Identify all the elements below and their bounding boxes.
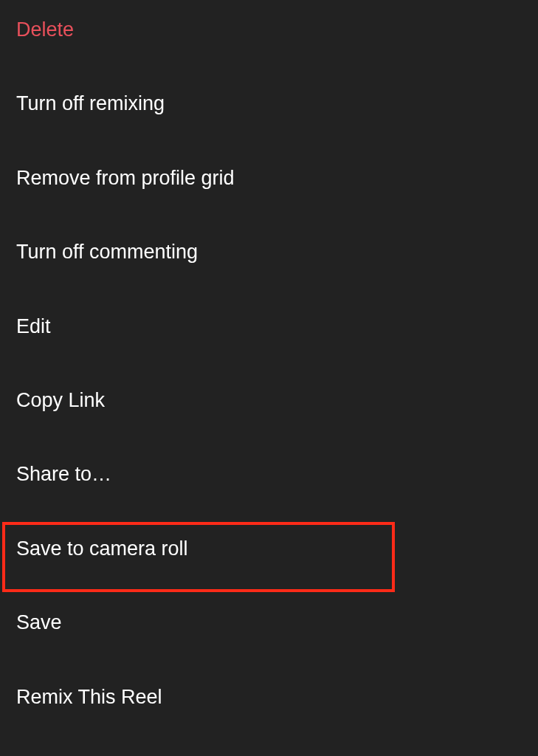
menu-item-save-to-camera-roll[interactable]: Save to camera roll <box>0 512 538 585</box>
menu-item-share-to[interactable]: Share to… <box>0 437 538 511</box>
menu-item-turn-off-commenting[interactable]: Turn off commenting <box>0 215 538 289</box>
menu-item-remove-from-profile-grid[interactable]: Remove from profile grid <box>0 141 538 215</box>
menu-item-save[interactable]: Save <box>0 585 538 659</box>
menu-item-remix-this-reel[interactable]: Remix This Reel <box>0 660 538 734</box>
menu-item-delete[interactable]: Delete <box>0 9 538 66</box>
menu-item-edit[interactable]: Edit <box>0 289 538 363</box>
context-menu: Delete Turn off remixing Remove from pro… <box>0 0 538 743</box>
menu-item-copy-link[interactable]: Copy Link <box>0 363 538 437</box>
menu-item-turn-off-remixing[interactable]: Turn off remixing <box>0 66 538 140</box>
